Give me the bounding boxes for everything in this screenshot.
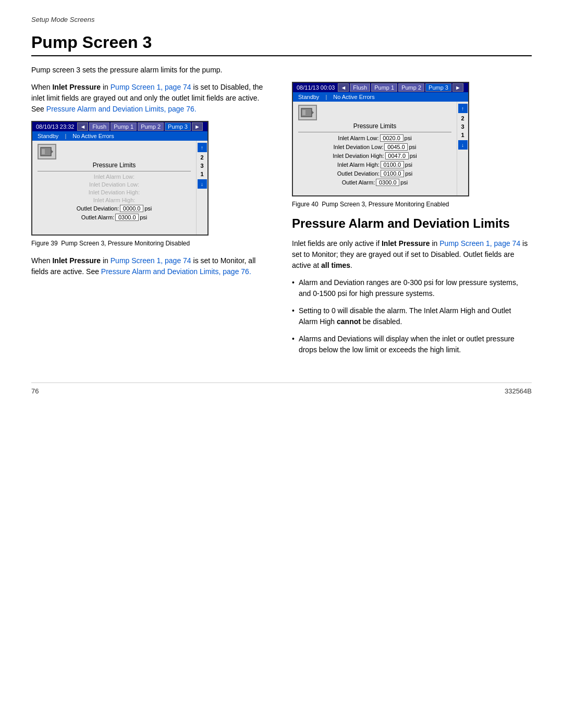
bullet-item-3: Alarms and Deviations will display when …: [292, 334, 532, 355]
bullet-1-text: Alarm and Deviation ranges are 0-300 psi…: [299, 277, 532, 299]
screen2-fwd-btn[interactable]: ►: [452, 83, 463, 92]
figure1-caption: Figure 39 Pump Screen 3, Pressure Monito…: [31, 240, 271, 247]
pump-screen1-link2[interactable]: Pump Screen 1, page 74: [111, 256, 191, 265]
screen2-nav-flush[interactable]: Flush: [350, 83, 370, 92]
screen2-inlet-dev-low-value[interactable]: 0045.0: [384, 143, 408, 151]
bullet-item-1: Alarm and Deviation ranges are 0-300 psi…: [292, 277, 532, 299]
svg-rect-2: [42, 149, 45, 154]
screen1-field-inlet-alarm-low: Inlet Alarm Low:: [38, 174, 191, 180]
screen2-up-btn[interactable]: ↑: [458, 104, 468, 113]
section-intro-para: Inlet fields are only active if Inlet Pr…: [292, 238, 532, 271]
screen2-inlet-alarm-high-value[interactable]: 0100.0: [381, 161, 404, 168]
all-times-bold: all times: [321, 261, 350, 269]
screen1-nav-flush[interactable]: Flush: [89, 122, 109, 131]
screen2-body: Pressure Limits Inlet Alarm Low: 0020.0 …: [293, 102, 468, 195]
screen2-outlet-alarm-value[interactable]: 0300.0: [376, 179, 399, 186]
screen1-timestamp: 08/10/13 23:32: [34, 123, 76, 130]
section-label: Setup Mode Screens: [31, 16, 94, 23]
screen1-back-btn[interactable]: ◄: [77, 122, 88, 131]
screen2-topbar: 08/11/13 00:03 ◄ Flush Pump 1 Pump 2 Pum…: [293, 83, 468, 92]
svg-marker-4: [312, 110, 314, 115]
screen2-outlet-dev-value[interactable]: 0100.0: [381, 170, 404, 177]
screen1-main: Pressure Limits Inlet Alarm Low: Inlet D…: [32, 141, 196, 235]
screen1-body: Pressure Limits Inlet Alarm Low: Inlet D…: [32, 141, 207, 235]
screen1-field-outlet-dev: Outlet Deviation: 0000.0 psi: [38, 205, 191, 212]
pump-screen1-link3[interactable]: Pump Screen 1, page 74: [439, 239, 520, 248]
screen2-status-errors: No Active Errors: [330, 93, 466, 101]
screen1-num3: 3: [200, 163, 203, 169]
screen1-status-standby: Standby: [34, 132, 62, 140]
screen2-icon-area: [298, 105, 451, 120]
screen2-field-inlet-alarm-high: Inlet Alarm High: 0100.0 psi: [298, 161, 451, 168]
pump-icon2: [298, 105, 317, 120]
page-footer: 76 332564B: [31, 382, 532, 395]
inlet-pressure-bold3: Inlet Pressure: [382, 239, 430, 248]
bullet-list: Alarm and Deviation ranges are 0-300 psi…: [292, 277, 532, 355]
screen2-nav-pump3[interactable]: Pump 3: [425, 83, 451, 92]
screen2-inlet-alarm-low-value[interactable]: 0020.0: [380, 134, 403, 142]
doc-number: 332564B: [505, 387, 532, 395]
screen2-status-standby: Standby: [295, 93, 322, 101]
page-number: 76: [31, 387, 39, 395]
bullet-2-text: Setting to 0 will disable the alarm. The…: [299, 305, 532, 327]
screen1-num2: 2: [200, 154, 203, 161]
screen1-fwd-btn[interactable]: ►: [192, 122, 203, 131]
inlet-pressure-bold2: Inlet Pressure: [52, 256, 101, 265]
screen1-title: Pressure Limits: [38, 162, 191, 169]
screen1-field-inlet-dev-low: Inlet Deviation Low:: [38, 181, 191, 188]
screen1-topbar: 08/10/13 23:32 ◄ Flush Pump 1 Pump 2 Pum…: [32, 122, 207, 131]
svg-marker-1: [51, 150, 53, 154]
section-title: Pressure Alarm and Deviation Limits: [292, 216, 532, 231]
screen2-field-inlet-dev-high: Inlet Deviation High: 0047.0 psi: [298, 152, 451, 159]
screen2-field-outlet-dev: Outlet Deviation: 0100.0 psi: [298, 170, 451, 177]
screen1-up-btn[interactable]: ↑: [198, 143, 207, 152]
bullet-3-text: Alarms and Deviations will display when …: [299, 334, 532, 355]
screen2-field-outlet-alarm: Outlet Alarm: 0300.0 psi: [298, 179, 451, 186]
screen1-device: 08/10/13 23:32 ◄ Flush Pump 1 Pump 2 Pum…: [31, 121, 209, 236]
right-column: 08/11/13 00:03 ◄ Flush Pump 1 Pump 2 Pum…: [292, 82, 532, 362]
pump-screen1-link1[interactable]: Pump Screen 1, page 74: [111, 83, 191, 91]
screen1-status-errors: No Active Errors: [69, 132, 205, 140]
screen2-title: Pressure Limits: [298, 122, 451, 130]
pump-icon1: [38, 144, 56, 159]
screen2-back-btn[interactable]: ◄: [338, 83, 349, 92]
screen1-sidebar: ↑ 2 3 1 ↓: [196, 141, 207, 235]
screen2-down-btn[interactable]: ↓: [458, 140, 468, 150]
screen2-inlet-dev-high-value[interactable]: 0047.0: [385, 152, 409, 159]
page-section-header: Setup Mode Screens: [31, 16, 532, 23]
screen1-nav-pump1[interactable]: Pump 1: [111, 122, 137, 131]
left-para1: When Inlet Pressure in Pump Screen 1, pa…: [31, 82, 271, 115]
screen1-icon-area: [38, 144, 191, 159]
intro-paragraph: Pump screen 3 sets the pressure alarm li…: [31, 65, 532, 76]
screen2-nav-pump2[interactable]: Pump 2: [398, 83, 424, 92]
screen2-field-inlet-alarm-low: Inlet Alarm Low: 0020.0 psi: [298, 134, 451, 142]
screen2-main: Pressure Limits Inlet Alarm Low: 0020.0 …: [293, 102, 457, 195]
svg-rect-5: [302, 110, 305, 115]
screen1-outlet-dev-value[interactable]: 0000.0: [120, 205, 143, 212]
screen2-field-inlet-dev-low: Inlet Deviation Low: 0045.0 psi: [298, 143, 451, 151]
pressure-alarm-section: Pressure Alarm and Deviation Limits Inle…: [292, 216, 532, 355]
screen1-statusbar: Standby | No Active Errors: [32, 131, 207, 141]
content-area: When Inlet Pressure in Pump Screen 1, pa…: [31, 82, 532, 362]
screen1-divider: [38, 171, 191, 171]
pressure-alarm-link2[interactable]: Pressure Alarm and Deviation Limits, pag…: [101, 267, 251, 276]
screen2-device: 08/11/13 00:03 ◄ Flush Pump 1 Pump 2 Pum…: [292, 82, 469, 196]
screen1-nav-pump3[interactable]: Pump 3: [165, 122, 191, 131]
screen2-sidebar: ↑ 2 3 1 ↓: [457, 102, 468, 195]
bullet-item-2: Setting to 0 will disable the alarm. The…: [292, 305, 532, 327]
screen1-down-btn[interactable]: ↓: [198, 179, 207, 189]
screen2-num2: 2: [461, 115, 464, 121]
screen1-field-outlet-alarm: Outlet Alarm: 0300.0 psi: [38, 214, 191, 221]
screen2-nav-pump1[interactable]: Pump 1: [371, 83, 397, 92]
screen2-statusbar: Standby | No Active Errors: [293, 92, 468, 102]
page-title: Pump Screen 3: [31, 33, 532, 56]
cannot-bold: cannot: [337, 317, 361, 326]
screen1-num1: 1: [200, 171, 203, 177]
screen1-field-inlet-alarm-high: Inlet Alarm High:: [38, 197, 191, 203]
left-para2: When Inlet Pressure in Pump Screen 1, pa…: [31, 255, 271, 277]
screen2-num1: 1: [461, 132, 464, 138]
pressure-alarm-link1[interactable]: Pressure Alarm and Deviation Limits, pag…: [46, 105, 197, 113]
screen1-nav-pump2[interactable]: Pump 2: [138, 122, 164, 131]
inlet-pressure-bold1: Inlet Pressure: [52, 83, 101, 91]
screen1-outlet-alarm-value[interactable]: 0300.0: [115, 214, 139, 221]
